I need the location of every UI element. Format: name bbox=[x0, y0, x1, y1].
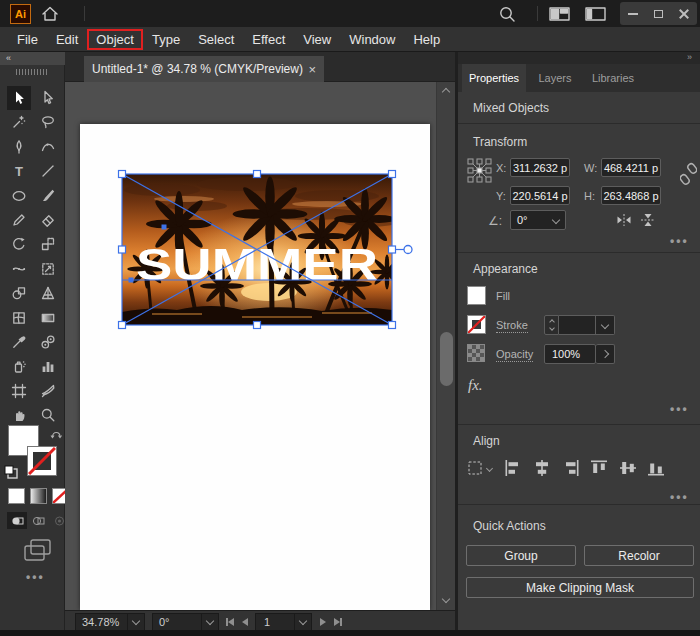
menu-edit[interactable]: Edit bbox=[47, 29, 87, 50]
menu-type[interactable]: Type bbox=[143, 29, 189, 50]
flip-horizontal-icon[interactable] bbox=[616, 213, 632, 231]
summer-text[interactable]: SUMMER bbox=[136, 239, 378, 290]
opacity-options-button[interactable] bbox=[596, 344, 615, 364]
gradient-tool[interactable] bbox=[36, 306, 60, 330]
h-input[interactable]: 263.4868 p bbox=[601, 186, 661, 205]
first-artboard-icon[interactable] bbox=[222, 613, 237, 631]
menu-effect[interactable]: Effect bbox=[243, 29, 294, 50]
arrange-documents-icon[interactable] bbox=[549, 7, 571, 25]
more-transform-options-icon[interactable]: ••• bbox=[670, 234, 689, 248]
more-align-options-icon[interactable]: ••• bbox=[670, 490, 689, 504]
align-horizontal-center-icon[interactable] bbox=[533, 459, 551, 481]
group-button[interactable]: Group bbox=[466, 545, 576, 566]
column-graph-tool[interactable] bbox=[36, 354, 60, 378]
zoom-tool[interactable] bbox=[36, 403, 60, 427]
curvature-tool[interactable] bbox=[36, 135, 60, 159]
align-left-icon[interactable] bbox=[504, 459, 522, 481]
search-icon[interactable] bbox=[498, 5, 517, 28]
paintbrush-tool[interactable] bbox=[36, 184, 60, 208]
tools-drag-handle[interactable] bbox=[16, 69, 48, 75]
stroke-weight-stepper[interactable] bbox=[544, 315, 559, 335]
eyedropper-tool[interactable] bbox=[7, 330, 31, 354]
placed-image-summer[interactable]: SUMMER bbox=[122, 174, 392, 325]
app-logo-icon[interactable]: Ai bbox=[10, 4, 31, 24]
scale-tool[interactable] bbox=[36, 232, 60, 256]
tab-layers[interactable]: Layers bbox=[530, 64, 580, 92]
maximize-button[interactable] bbox=[646, 2, 672, 25]
link-dimensions-icon[interactable] bbox=[680, 162, 697, 190]
pen-tool[interactable] bbox=[7, 135, 31, 159]
width-tool[interactable] bbox=[7, 257, 31, 281]
scroll-up-icon[interactable] bbox=[442, 88, 450, 96]
default-fill-stroke-icon[interactable] bbox=[4, 465, 18, 483]
align-top-icon[interactable] bbox=[590, 459, 608, 481]
previous-artboard-icon[interactable] bbox=[237, 613, 252, 631]
selection-tool[interactable] bbox=[7, 86, 31, 110]
zoom-level-select[interactable]: 34.78% bbox=[75, 613, 145, 631]
w-input[interactable]: 468.4211 p bbox=[601, 158, 661, 177]
flip-vertical-icon[interactable] bbox=[640, 213, 656, 231]
minimize-button[interactable] bbox=[620, 2, 646, 25]
rotation-select[interactable]: 0° bbox=[152, 613, 219, 631]
artboard-tool[interactable] bbox=[7, 379, 31, 403]
rotate-tool[interactable] bbox=[7, 232, 31, 256]
menu-view[interactable]: View bbox=[294, 29, 340, 50]
align-right-icon[interactable] bbox=[562, 459, 580, 481]
y-input[interactable]: 220.5614 p bbox=[510, 186, 570, 205]
rotation-dropdown[interactable]: 0° bbox=[510, 210, 566, 230]
perspective-grid-tool[interactable] bbox=[36, 281, 60, 305]
edit-toolbar-icon[interactable]: ••• bbox=[26, 570, 45, 584]
align-to-dropdown[interactable] bbox=[467, 459, 492, 477]
collapse-panels-icon[interactable]: » bbox=[687, 52, 692, 62]
reference-point-selector[interactable] bbox=[467, 158, 492, 187]
scroll-down-icon[interactable] bbox=[442, 595, 450, 603]
hand-tool[interactable] bbox=[7, 403, 31, 427]
stroke-label[interactable]: Stroke bbox=[496, 319, 528, 333]
direct-selection-tool[interactable] bbox=[36, 86, 60, 110]
more-appearance-options-icon[interactable]: ••• bbox=[670, 402, 689, 416]
shape-builder-tool[interactable] bbox=[7, 281, 31, 305]
tab-properties[interactable]: Properties bbox=[462, 64, 526, 92]
next-artboard-icon[interactable] bbox=[315, 613, 330, 631]
align-bottom-icon[interactable] bbox=[647, 459, 665, 481]
swap-fill-stroke-icon[interactable] bbox=[50, 426, 63, 444]
type-tool[interactable]: T bbox=[7, 159, 31, 183]
pencil-tool[interactable] bbox=[7, 208, 31, 232]
scrollbar-thumb[interactable] bbox=[440, 332, 453, 386]
change-screen-mode-icon[interactable] bbox=[24, 539, 51, 565]
draw-behind-mode-button[interactable] bbox=[28, 512, 48, 529]
stroke-weight-input[interactable] bbox=[559, 315, 596, 335]
artboard-number-select[interactable]: 1 bbox=[255, 613, 312, 631]
mesh-tool[interactable] bbox=[7, 306, 31, 330]
slice-tool[interactable] bbox=[36, 379, 60, 403]
eraser-tool[interactable] bbox=[36, 208, 60, 232]
close-button[interactable] bbox=[671, 2, 697, 25]
last-artboard-icon[interactable] bbox=[330, 613, 345, 631]
x-input[interactable]: 311.2632 p bbox=[510, 158, 570, 177]
align-vertical-center-icon[interactable] bbox=[619, 459, 637, 481]
fx-effects-button[interactable]: fx. bbox=[468, 377, 483, 394]
menu-file[interactable]: File bbox=[8, 29, 47, 50]
tools-panel-header[interactable]: « bbox=[0, 52, 65, 65]
menu-help[interactable]: Help bbox=[404, 29, 449, 50]
menu-select[interactable]: Select bbox=[189, 29, 243, 50]
stroke-color-swatch[interactable] bbox=[27, 446, 57, 476]
opacity-label[interactable]: Opacity bbox=[496, 348, 533, 362]
canvas-vertical-scrollbar[interactable] bbox=[436, 82, 455, 610]
magic-wand-tool[interactable] bbox=[7, 110, 31, 134]
lasso-tool[interactable] bbox=[36, 110, 60, 134]
tab-libraries[interactable]: Libraries bbox=[584, 64, 642, 92]
free-transform-tool[interactable] bbox=[36, 257, 60, 281]
fill-swatch[interactable] bbox=[467, 286, 486, 305]
line-segment-tool[interactable] bbox=[36, 159, 60, 183]
make-clipping-mask-button[interactable]: Make Clipping Mask bbox=[466, 577, 694, 598]
menu-window[interactable]: Window bbox=[340, 29, 404, 50]
opacity-input[interactable]: 100% bbox=[544, 344, 596, 364]
draw-normal-mode-button[interactable] bbox=[7, 512, 27, 529]
home-icon[interactable] bbox=[40, 5, 60, 27]
tab-close-icon[interactable]: × bbox=[308, 62, 316, 77]
stroke-swatch[interactable] bbox=[467, 315, 486, 334]
recolor-button[interactable]: Recolor bbox=[584, 545, 694, 566]
document-tab[interactable]: Untitled-1* @ 34.78 % (CMYK/Preview) × bbox=[84, 56, 324, 82]
blend-tool[interactable] bbox=[36, 330, 60, 354]
